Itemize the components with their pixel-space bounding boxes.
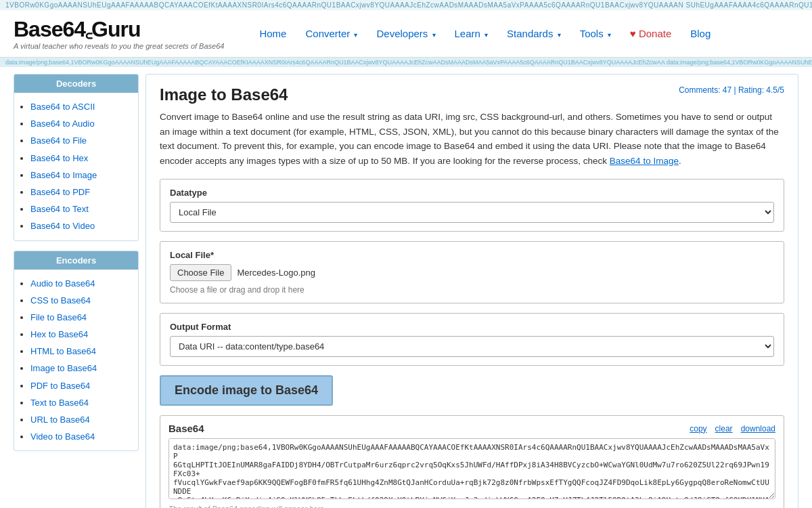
list-item: Base64 to PDF (30, 184, 131, 200)
nav-learn[interactable]: Learn ▾ (447, 24, 497, 43)
list-item: Image to Base64 (30, 360, 131, 377)
list-item: PDF to Base64 (30, 377, 131, 394)
output-actions: copy clear download (690, 424, 775, 433)
decoder-ascii[interactable]: Base64 to ASCII (30, 102, 95, 112)
encoders-list: Audio to Base64 CSS to Base64 File to Ba… (14, 270, 138, 451)
nav-blog[interactable]: Blog (682, 24, 719, 43)
output-header: Base64 copy clear download (168, 423, 775, 434)
choose-file-button[interactable]: Choose File (170, 264, 231, 281)
encoder-css[interactable]: CSS to Base64 (30, 295, 91, 305)
list-item: Audio to Base64 (30, 275, 131, 292)
sidebar: Decoders Base64 to ASCII Base64 to Audio… (14, 74, 139, 508)
encoder-hex[interactable]: Hex to Base64 (30, 329, 88, 339)
nav-converter[interactable]: Converter ▾ (297, 24, 365, 43)
decoder-audio[interactable]: Base64 to Audio (30, 119, 95, 129)
page-title: Image to Base64 (160, 85, 288, 104)
output-hint: The result of Base64 encoding will appea… (168, 505, 775, 508)
site-header: Base64꜀Guru A virtual teacher who reveal… (0, 10, 812, 58)
encoder-video[interactable]: Video to Base64 (30, 431, 95, 442)
description-text: Convert image to Base64 online and use t… (160, 110, 784, 168)
list-item: URL to Base64 (30, 411, 131, 428)
nav-home[interactable]: Home (251, 24, 294, 43)
decoder-file[interactable]: Base64 to File (30, 135, 87, 146)
output-textarea[interactable]: data:image/png;base64,1VBORw0KGgoAAAANSU… (168, 438, 775, 499)
list-item: Video to Base64 (30, 428, 131, 445)
top-banner: 1VBORw0KGgoAAAANSUhEUgAAAFAAAAABQCAYAAAC… (0, 0, 812, 10)
datatype-label: Datatype (170, 188, 774, 198)
encoder-file[interactable]: File to Base64 (30, 312, 87, 322)
clear-action[interactable]: clear (715, 424, 733, 433)
file-hint: Choose a file or drag and drop it here (170, 285, 774, 295)
site-logo: Base64꜀Guru A virtual teacher who reveal… (14, 17, 224, 50)
output-format-section: Output Format Data URI -- data:content/t… (160, 313, 784, 366)
datatype-select[interactable]: Local File Remote URL Paste (170, 202, 774, 223)
file-name: Mercedes-Logo.png (237, 268, 315, 278)
output-section: Base64 copy clear download data:image/pn… (160, 415, 784, 508)
list-item: File to Base64 (30, 309, 131, 326)
output-format-label: Output Format (170, 322, 774, 332)
list-item: CSS to Base64 (30, 292, 131, 309)
content-area: Image to Base64 Comments: 47 | Rating: 4… (145, 74, 798, 508)
encoder-pdf[interactable]: PDF to Base64 (30, 381, 90, 391)
base64-to-image-link[interactable]: Base64 to Image (610, 156, 679, 166)
encoder-image[interactable]: Image to Base64 (30, 363, 97, 373)
encode-button[interactable]: Encode image to Base64 (160, 375, 333, 406)
copy-action[interactable]: copy (690, 424, 706, 433)
list-item: Base64 to Video (30, 217, 131, 234)
logo-tagline: A virtual teacher who reveals to you the… (14, 42, 224, 50)
nav-standards[interactable]: Standards ▾ (499, 24, 569, 43)
decoder-pdf[interactable]: Base64 to PDF (30, 187, 90, 197)
nav-donate[interactable]: ♥ Donate (622, 24, 679, 43)
encoder-html[interactable]: HTML to Base64 (30, 346, 96, 356)
output-title: Base64 (168, 423, 204, 434)
second-banner: data:image/png;base64,1VBORw0KGgoAAAANSU… (0, 58, 812, 67)
decoders-list: Base64 to ASCII Base64 to Audio Base64 t… (14, 93, 138, 240)
logo-title: Base64꜀Guru (14, 17, 224, 42)
nav-developers[interactable]: Developers ▾ (368, 24, 443, 43)
rating-comments: Comments: 47 | Rating: 4.5/5 (679, 85, 784, 95)
list-item: Hex to Base64 (30, 326, 131, 343)
encoder-text[interactable]: Text to Base64 (30, 398, 89, 408)
encoders-title: Encoders (14, 251, 138, 270)
list-item: Base64 to File (30, 132, 131, 149)
decoder-image[interactable]: Base64 to Image (30, 170, 97, 180)
datatype-section: Datatype Local File Remote URL Paste (160, 179, 784, 232)
decoders-section: Decoders Base64 to ASCII Base64 to Audio… (14, 74, 139, 241)
download-action[interactable]: download (741, 424, 775, 433)
decoders-title: Decoders (14, 75, 138, 93)
decoder-text[interactable]: Base64 to Text (30, 204, 89, 214)
list-item: Text to Base64 (30, 394, 131, 411)
main-layout: Decoders Base64 to ASCII Base64 to Audio… (7, 67, 805, 508)
list-item: Base64 to ASCII (30, 98, 131, 115)
main-nav: Home Converter ▾ Developers ▾ Learn ▾ St… (251, 24, 798, 43)
encoder-audio[interactable]: Audio to Base64 (30, 278, 95, 289)
local-file-section: Local File* Choose File Mercedes-Logo.pn… (160, 241, 784, 303)
list-item: Base64 to Hex (30, 150, 131, 167)
file-input-row: Choose File Mercedes-Logo.png (170, 264, 774, 281)
nav-tools[interactable]: Tools ▾ (572, 24, 619, 43)
decoder-hex[interactable]: Base64 to Hex (30, 153, 88, 163)
decoder-video[interactable]: Base64 to Video (30, 221, 95, 231)
list-item: Base64 to Text (30, 200, 131, 217)
encoders-section: Encoders Audio to Base64 CSS to Base64 F… (14, 251, 139, 452)
list-item: Base64 to Audio (30, 115, 131, 132)
encoder-url[interactable]: URL to Base64 (30, 415, 90, 425)
local-file-label: Local File* (170, 250, 774, 260)
list-item: HTML to Base64 (30, 343, 131, 360)
list-item: Base64 to Image (30, 167, 131, 184)
output-format-select[interactable]: Data URI -- data:content/type.base64 Pla… (170, 336, 774, 357)
content-header-row: Image to Base64 Comments: 47 | Rating: 4… (160, 85, 784, 104)
